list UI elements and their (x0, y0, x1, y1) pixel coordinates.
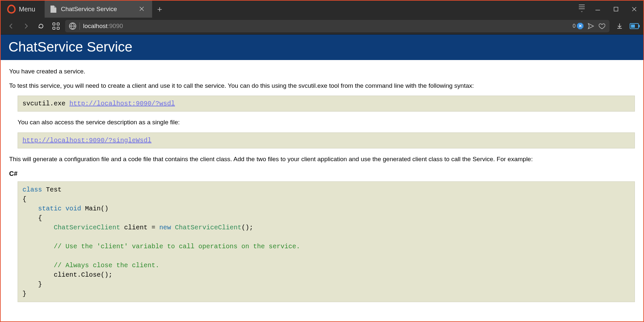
blocked-count: 0 (573, 23, 576, 29)
nav-forward-button[interactable] (20, 20, 32, 32)
tabs-overflow-button[interactable]: ⌄ (575, 1, 589, 18)
page-viewport[interactable]: ChatService Service You have created a s… (1, 35, 643, 321)
file-icon (50, 6, 56, 13)
nav-back-button[interactable] (5, 20, 17, 32)
svg-marker-6 (588, 23, 594, 29)
ad-blocker-indicator[interactable]: 0 ✕ (573, 23, 583, 29)
explain-text: This will generate a configuration file … (9, 155, 635, 163)
intro-text-1: You have created a service. (9, 67, 635, 76)
page-body: You have created a service. To test this… (1, 60, 643, 321)
svg-rect-3 (614, 7, 618, 11)
new-tab-button[interactable]: + (152, 1, 167, 18)
window-close-button[interactable] (625, 1, 643, 18)
svcutil-cmd-text: svcutil.exe (22, 100, 69, 107)
intro-text-2: To test this service, you will need to c… (9, 82, 635, 90)
titlebar: Menu ChatService Service + ⌄ (1, 1, 643, 18)
battery-saver-button[interactable] (630, 23, 639, 29)
tab-title: ChatService Service (61, 6, 117, 13)
adblock-stop-icon: ✕ (577, 23, 583, 29)
page-title: ChatService Service (1, 35, 643, 60)
csharp-code-block: class Test { static void Main() { ChatSe… (18, 181, 635, 302)
downloads-button[interactable] (616, 23, 623, 30)
toolbar: localhost:9090 0 ✕ (1, 18, 643, 35)
opera-menu-button[interactable]: Menu (1, 1, 45, 18)
speed-dial-button[interactable] (50, 20, 62, 32)
browser-window: Menu ChatService Service + ⌄ (0, 0, 644, 322)
separator (79, 23, 80, 30)
speed-dial-icon (52, 23, 60, 30)
window-minimize-button[interactable] (589, 1, 607, 18)
globe-icon (69, 23, 76, 30)
reload-button[interactable] (35, 20, 47, 32)
wsdl-link[interactable]: http://localhost:9090/?wsdl (69, 100, 175, 107)
opera-logo-icon (7, 5, 16, 13)
tab-close-button[interactable] (138, 5, 146, 13)
send-to-flow-button[interactable] (587, 23, 594, 30)
language-label: C# (9, 169, 635, 178)
single-file-text: You can also access the service descript… (18, 118, 635, 127)
url-text[interactable]: localhost:9090 (83, 23, 569, 30)
single-wsdl-block: http://localhost:9090/?singleWsdl (18, 132, 635, 148)
url-host: localhost (83, 23, 107, 29)
url-port: :9090 (107, 23, 123, 29)
bookmark-heart-button[interactable] (598, 23, 606, 30)
window-maximize-button[interactable] (607, 1, 625, 18)
browser-tab[interactable]: ChatService Service (45, 1, 152, 18)
address-bar[interactable]: localhost:9090 0 ✕ (65, 20, 609, 32)
menu-label: Menu (19, 6, 35, 13)
svcutil-command-block: svcutil.exe http://localhost:9090/?wsdl (18, 96, 635, 112)
single-wsdl-link[interactable]: http://localhost:9090/?singleWsdl (22, 137, 151, 144)
